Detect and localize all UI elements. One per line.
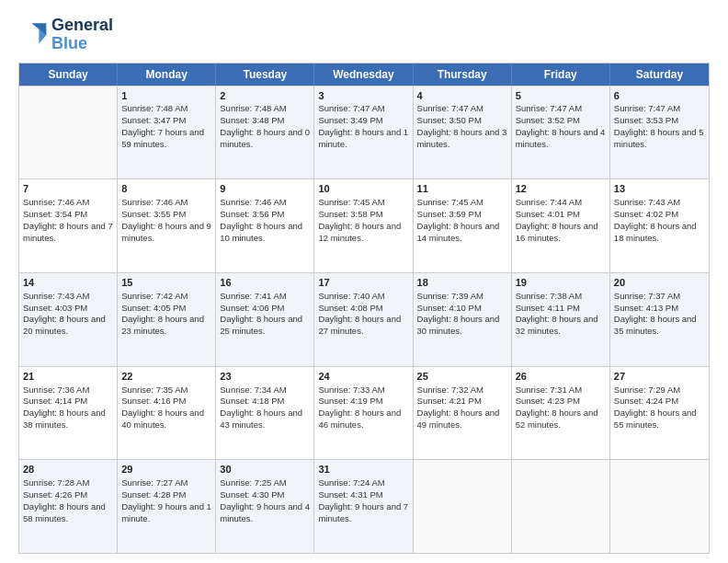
sunrise-text: Sunrise: 7:43 AM [23, 291, 89, 301]
calendar-header: SundayMondayTuesdayWednesdayThursdayFrid… [19, 63, 709, 86]
sunset-text: Sunset: 4:03 PM [23, 303, 87, 313]
sunrise-text: Sunrise: 7:28 AM [23, 477, 89, 488]
daylight-text: Daylight: 8 hours and 25 minutes. [220, 314, 302, 336]
sunrise-text: Sunrise: 7:47 AM [417, 103, 483, 113]
calendar-row-0: 1Sunrise: 7:48 AMSunset: 3:47 PMDaylight… [19, 86, 709, 179]
daylight-text: Daylight: 8 hours and 27 minutes. [318, 314, 401, 336]
daylight-text: Daylight: 8 hours and 30 minutes. [417, 314, 500, 336]
daylight-text: Daylight: 9 hours and 7 minutes. [318, 501, 408, 523]
sunrise-text: Sunrise: 7:43 AM [614, 197, 680, 207]
day-number: 20 [614, 276, 705, 290]
day-number: 17 [318, 276, 408, 290]
sunset-text: Sunset: 4:08 PM [318, 303, 382, 313]
day-number: 31 [318, 463, 408, 477]
sunset-text: Sunset: 3:52 PM [516, 115, 580, 125]
calendar-row-3: 21Sunrise: 7:36 AMSunset: 4:14 PMDayligh… [19, 366, 709, 460]
logo: General Blue [18, 17, 113, 53]
day-number: 22 [121, 370, 211, 384]
sunrise-text: Sunrise: 7:46 AM [23, 197, 89, 207]
calendar-row-4: 28Sunrise: 7:28 AMSunset: 4:26 PMDayligh… [19, 459, 709, 553]
day-number: 27 [614, 370, 705, 384]
daylight-text: Daylight: 8 hours and 55 minutes. [614, 408, 697, 430]
sunset-text: Sunset: 4:10 PM [417, 303, 482, 313]
sunset-text: Sunset: 3:49 PM [318, 115, 382, 125]
day-cell-22: 22Sunrise: 7:35 AMSunset: 4:16 PMDayligh… [118, 367, 216, 460]
sunset-text: Sunset: 4:18 PM [220, 396, 284, 406]
day-cell-10: 10Sunrise: 7:45 AMSunset: 3:58 PMDayligh… [314, 179, 413, 272]
day-cell-8: 8Sunrise: 7:46 AMSunset: 3:55 PMDaylight… [118, 179, 216, 272]
day-number: 25 [417, 370, 507, 384]
day-cell-9: 9Sunrise: 7:46 AMSunset: 3:56 PMDaylight… [216, 179, 314, 272]
day-number: 4 [417, 89, 507, 103]
daylight-text: Daylight: 8 hours and 4 minutes. [516, 127, 606, 149]
day-number: 15 [121, 276, 211, 290]
day-cell-27: 27Sunrise: 7:29 AMSunset: 4:24 PMDayligh… [610, 367, 709, 460]
header-day-friday: Friday [512, 63, 610, 86]
day-number: 28 [23, 463, 113, 477]
sunrise-text: Sunrise: 7:36 AM [23, 385, 89, 395]
day-number: 12 [516, 182, 606, 196]
daylight-text: Daylight: 8 hours and 35 minutes. [614, 314, 697, 336]
sunrise-text: Sunrise: 7:42 AM [121, 291, 188, 301]
calendar-row-1: 7Sunrise: 7:46 AMSunset: 3:54 PMDaylight… [19, 178, 709, 272]
sunrise-text: Sunrise: 7:41 AM [220, 291, 286, 301]
sunrise-text: Sunrise: 7:47 AM [614, 103, 680, 113]
day-number: 6 [614, 89, 705, 103]
sunset-text: Sunset: 4:02 PM [614, 209, 678, 219]
daylight-text: Daylight: 8 hours and 5 minutes. [614, 127, 704, 149]
daylight-text: Daylight: 8 hours and 16 minutes. [516, 221, 598, 243]
empty-cell [610, 460, 709, 553]
day-number: 7 [23, 182, 113, 196]
day-number: 8 [121, 182, 211, 196]
sunset-text: Sunset: 4:05 PM [121, 303, 186, 313]
day-cell-6: 6Sunrise: 7:47 AMSunset: 3:53 PMDaylight… [610, 86, 709, 179]
sunrise-text: Sunrise: 7:46 AM [121, 197, 188, 207]
header: General Blue [18, 17, 710, 53]
day-cell-19: 19Sunrise: 7:38 AMSunset: 4:11 PMDayligh… [512, 273, 610, 366]
sunset-text: Sunset: 3:47 PM [121, 115, 186, 125]
day-cell-30: 30Sunrise: 7:25 AMSunset: 4:30 PMDayligh… [216, 460, 314, 553]
day-cell-26: 26Sunrise: 7:31 AMSunset: 4:23 PMDayligh… [512, 367, 610, 460]
sunset-text: Sunset: 4:06 PM [220, 303, 284, 313]
day-number: 16 [220, 276, 310, 290]
calendar-body: 1Sunrise: 7:48 AMSunset: 3:47 PMDaylight… [19, 86, 709, 553]
daylight-text: Daylight: 8 hours and 23 minutes. [121, 314, 204, 336]
empty-cell [414, 460, 512, 553]
day-number: 1 [121, 89, 211, 103]
daylight-text: Daylight: 8 hours and 32 minutes. [516, 314, 598, 336]
daylight-text: Daylight: 8 hours and 43 minutes. [220, 408, 302, 430]
sunrise-text: Sunrise: 7:45 AM [318, 197, 384, 207]
header-day-sunday: Sunday [19, 63, 118, 86]
daylight-text: Daylight: 8 hours and 46 minutes. [318, 408, 401, 430]
sunset-text: Sunset: 4:11 PM [516, 303, 580, 313]
sunset-text: Sunset: 4:14 PM [23, 396, 87, 406]
header-day-monday: Monday [118, 63, 216, 86]
day-cell-29: 29Sunrise: 7:27 AMSunset: 4:28 PMDayligh… [118, 460, 216, 553]
day-number: 2 [220, 89, 310, 103]
sunrise-text: Sunrise: 7:48 AM [121, 103, 188, 113]
day-number: 29 [121, 463, 211, 477]
day-cell-15: 15Sunrise: 7:42 AMSunset: 4:05 PMDayligh… [118, 273, 216, 366]
day-number: 13 [614, 182, 705, 196]
day-cell-24: 24Sunrise: 7:33 AMSunset: 4:19 PMDayligh… [314, 367, 413, 460]
day-cell-3: 3Sunrise: 7:47 AMSunset: 3:49 PMDaylight… [314, 86, 413, 179]
sunrise-text: Sunrise: 7:46 AM [220, 197, 286, 207]
empty-cell [512, 460, 610, 553]
calendar: SundayMondayTuesdayWednesdayThursdayFrid… [18, 63, 710, 554]
header-day-tuesday: Tuesday [216, 63, 314, 86]
sunset-text: Sunset: 4:30 PM [220, 489, 284, 500]
sunrise-text: Sunrise: 7:35 AM [121, 385, 188, 395]
day-cell-20: 20Sunrise: 7:37 AMSunset: 4:13 PMDayligh… [610, 273, 709, 366]
daylight-text: Daylight: 8 hours and 7 minutes. [23, 221, 113, 243]
day-cell-16: 16Sunrise: 7:41 AMSunset: 4:06 PMDayligh… [216, 273, 314, 366]
calendar-row-2: 14Sunrise: 7:43 AMSunset: 4:03 PMDayligh… [19, 272, 709, 366]
sunrise-text: Sunrise: 7:29 AM [614, 385, 680, 395]
sunset-text: Sunset: 4:31 PM [318, 489, 382, 500]
day-cell-25: 25Sunrise: 7:32 AMSunset: 4:21 PMDayligh… [414, 367, 512, 460]
day-cell-14: 14Sunrise: 7:43 AMSunset: 4:03 PMDayligh… [19, 273, 118, 366]
daylight-text: Daylight: 8 hours and 9 minutes. [121, 221, 211, 243]
page: General Blue SundayMondayTuesdayWednesda… [0, 0, 728, 563]
day-number: 26 [516, 370, 606, 384]
daylight-text: Daylight: 8 hours and 18 minutes. [614, 221, 697, 243]
sunset-text: Sunset: 3:59 PM [417, 209, 482, 219]
